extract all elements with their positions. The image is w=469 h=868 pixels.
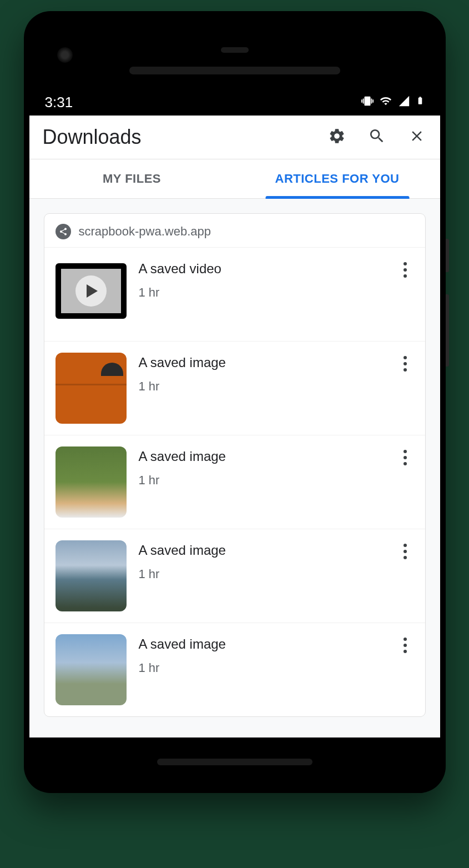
- content-card: scrapbook-pwa.web.app A saved video 1 hr: [44, 213, 426, 717]
- more-vert-icon: [404, 638, 407, 653]
- page-title: Downloads: [43, 126, 327, 149]
- close-icon: [409, 128, 425, 147]
- phone-bezel-top: [29, 17, 440, 89]
- item-time: 1 hr: [139, 473, 384, 488]
- signal-icon: [398, 94, 410, 111]
- image-thumbnail: [56, 353, 127, 424]
- status-bar: 3:31: [29, 89, 440, 116]
- more-vert-icon: [404, 356, 407, 372]
- more-vert-icon: [404, 450, 407, 465]
- item-time: 1 hr: [139, 379, 384, 394]
- item-title: A saved image: [139, 355, 384, 370]
- more-options-button[interactable]: [396, 259, 414, 278]
- wifi-icon: [379, 94, 392, 111]
- tab-articles-for-you[interactable]: ARTICLES FOR YOU: [235, 159, 440, 198]
- image-thumbnail: [56, 634, 127, 705]
- tabs: MY FILES ARTICLES FOR YOU: [29, 159, 440, 199]
- close-button[interactable]: [407, 127, 427, 147]
- item-title: A saved image: [139, 449, 384, 464]
- more-options-button[interactable]: [396, 446, 414, 465]
- gear-icon: [328, 127, 346, 147]
- more-vert-icon: [404, 262, 407, 278]
- card-header: scrapbook-pwa.web.app: [44, 214, 425, 247]
- item-time: 1 hr: [139, 661, 384, 675]
- play-icon: [75, 275, 107, 307]
- app-screen: Downloads: [29, 116, 440, 737]
- list-item[interactable]: A saved image 1 hr: [44, 529, 425, 623]
- search-icon: [368, 127, 386, 147]
- source-url: scrapbook-pwa.web.app: [79, 224, 211, 239]
- list-item[interactable]: A saved image 1 hr: [44, 341, 425, 435]
- phone-bezel-bottom: [29, 737, 440, 787]
- list-item[interactable]: A saved video 1 hr: [44, 247, 425, 341]
- list-item[interactable]: A saved image 1 hr: [44, 623, 425, 716]
- more-options-button[interactable]: [396, 353, 414, 372]
- tab-my-files[interactable]: MY FILES: [29, 159, 235, 198]
- tab-label: ARTICLES FOR YOU: [275, 172, 400, 185]
- video-thumbnail: [56, 263, 127, 319]
- item-title: A saved image: [139, 636, 384, 652]
- item-title: A saved image: [139, 543, 384, 558]
- more-vert-icon: [404, 544, 407, 559]
- battery-icon: [416, 94, 425, 111]
- vibrate-icon: [361, 94, 374, 111]
- more-options-button[interactable]: [396, 540, 414, 559]
- share-icon: [56, 224, 71, 239]
- search-button[interactable]: [367, 127, 387, 147]
- status-time: 3:31: [45, 94, 73, 111]
- item-time: 1 hr: [139, 285, 384, 300]
- list-item[interactable]: A saved image 1 hr: [44, 435, 425, 529]
- more-options-button[interactable]: [396, 634, 414, 653]
- content-area: scrapbook-pwa.web.app A saved video 1 hr: [29, 199, 440, 737]
- tab-label: MY FILES: [103, 172, 161, 185]
- item-time: 1 hr: [139, 567, 384, 581]
- item-title: A saved video: [139, 261, 384, 277]
- settings-button[interactable]: [327, 127, 347, 147]
- phone-frame: 3:31 Downloads: [24, 11, 446, 793]
- app-header: Downloads: [29, 116, 440, 159]
- image-thumbnail: [56, 540, 127, 611]
- image-thumbnail: [56, 446, 127, 518]
